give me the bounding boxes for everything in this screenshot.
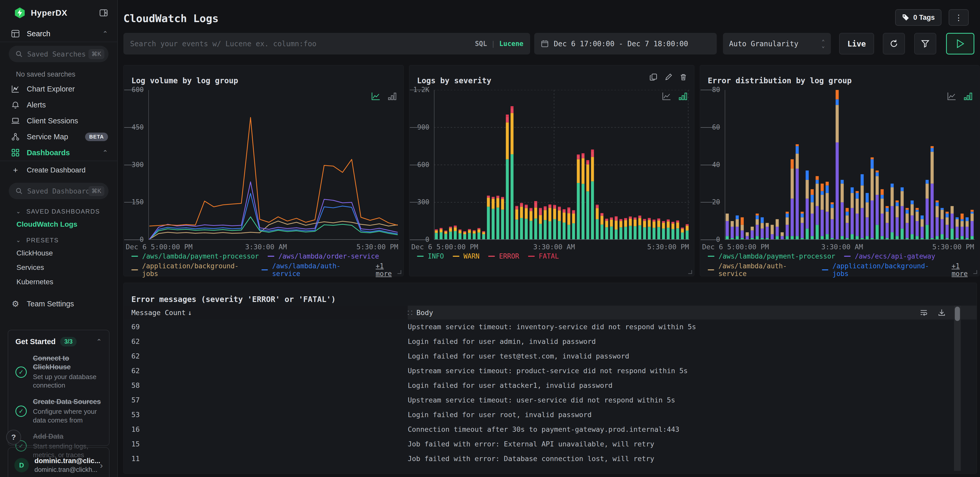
dashboard-menu-button[interactable]: ⋮ bbox=[949, 9, 969, 26]
table-row[interactable]: 69Upstream service timeout: inventory-se… bbox=[124, 320, 977, 334]
create-dashboard-button[interactable]: + Create Dashboard bbox=[0, 161, 117, 179]
y-tick-mark bbox=[410, 165, 430, 165]
sidebar-item-search[interactable]: Search ⌃ bbox=[0, 26, 117, 41]
get-started-step-sources[interactable]: ✓ Create Data Sources Configure where yo… bbox=[16, 398, 102, 425]
legend-more-link[interactable]: +1 more bbox=[952, 262, 979, 278]
column-header-body[interactable]: ⸬ Body bbox=[408, 305, 977, 320]
legend-item[interactable]: /application/background-jobs bbox=[822, 262, 943, 278]
legend-item[interactable]: /aws/lambda/auth-service bbox=[708, 262, 813, 278]
legend-item[interactable]: /aws/lambda/order-service bbox=[267, 252, 379, 260]
sql-toggle[interactable]: SQL bbox=[475, 40, 487, 48]
chevron-up-icon[interactable]: ⌃ bbox=[102, 149, 108, 157]
step-desc: Configure where your data comes from bbox=[33, 407, 100, 425]
sidebar-dashboard-cloudwatch-logs[interactable]: CloudWatch Logs bbox=[0, 217, 117, 232]
legend-swatch bbox=[453, 256, 460, 257]
delete-icon[interactable] bbox=[679, 73, 687, 81]
help-button[interactable]: ? bbox=[6, 430, 21, 445]
panel-resize-handle[interactable] bbox=[688, 270, 692, 274]
legend-item[interactable]: FATAL bbox=[528, 252, 559, 260]
scrollbar-thumb[interactable] bbox=[955, 307, 960, 321]
user-card[interactable]: D dominic.tran@clic... dominic.tran@clic… bbox=[8, 447, 110, 477]
legend-item[interactable]: /aws/ecs/api-gateway bbox=[844, 252, 935, 260]
sidebar-item-chart-explorer[interactable]: Chart Explorer bbox=[0, 81, 117, 97]
drag-handle-icon[interactable]: ⸬ bbox=[408, 308, 413, 316]
legend-label: WARN bbox=[463, 252, 480, 260]
table-row[interactable]: 62Login failed for user test@test.com, i… bbox=[124, 349, 977, 363]
saved-searches-input[interactable] bbox=[27, 50, 88, 58]
cell-message-count: 69 bbox=[124, 323, 408, 331]
legend-item[interactable]: /application/background-jobs bbox=[131, 262, 253, 278]
legend-item[interactable]: /aws/lambda/payment-processor bbox=[708, 252, 835, 260]
y-tick-mark bbox=[124, 240, 144, 240]
table-scrollbar[interactable] bbox=[954, 305, 961, 471]
legend-item[interactable]: INFO bbox=[417, 252, 444, 260]
legend-row: INFOWARNERRORFATAL bbox=[417, 252, 559, 260]
duplicate-icon[interactable] bbox=[649, 73, 658, 81]
run-query-button[interactable] bbox=[946, 33, 974, 54]
table-row[interactable]: 62Upstream service timeout: product-serv… bbox=[124, 363, 977, 378]
table-row[interactable]: 11Job failed with error: Database connec… bbox=[124, 451, 977, 466]
saved-dashboards-search[interactable]: ⌘K bbox=[9, 183, 108, 199]
saved-dashboards-section[interactable]: ⌄ SAVED DASHBOARDS bbox=[0, 203, 117, 217]
sidebar-collapse-icon[interactable] bbox=[99, 8, 108, 17]
legend-item[interactable]: ERROR bbox=[488, 252, 519, 260]
filter-button[interactable] bbox=[914, 33, 936, 54]
main-content: CloudWatch Logs 0 Tags ⋮ SQL | Lucene De… bbox=[118, 0, 980, 477]
presets-section[interactable]: ⌄ PRESETS bbox=[0, 232, 117, 246]
lucene-toggle[interactable]: Lucene bbox=[499, 40, 523, 48]
page-title: CloudWatch Logs bbox=[123, 12, 218, 25]
sidebar-item-client-sessions[interactable]: Client Sessions bbox=[0, 113, 117, 129]
chart-plot[interactable] bbox=[725, 90, 975, 240]
x-tick-label: 5:30:00 PM bbox=[647, 243, 689, 251]
table-row[interactable]: 58Login failed for user attacker1, inval… bbox=[124, 378, 977, 393]
refresh-button[interactable] bbox=[883, 33, 905, 54]
date-range-picker[interactable]: Dec 6 17:00:00 - Dec 7 18:00:00 bbox=[534, 33, 717, 54]
bell-icon bbox=[10, 100, 21, 109]
saved-dashboards-input[interactable] bbox=[27, 187, 88, 195]
chart-plot[interactable] bbox=[434, 90, 689, 240]
table-row[interactable]: 57Upstream service timeout: user-service… bbox=[124, 393, 977, 407]
shortcut-badge: ⌘K bbox=[88, 49, 104, 59]
search-input[interactable] bbox=[130, 40, 475, 48]
x-tick-label: 5:30:00 PM bbox=[356, 243, 398, 251]
date-range-value: Dec 6 17:00:00 - Dec 7 18:00:00 bbox=[554, 40, 688, 48]
granularity-select[interactable]: Auto Granularity ⌃⌄ bbox=[723, 33, 831, 54]
step-desc: Set up your database connection bbox=[33, 373, 97, 390]
legend-more-link[interactable]: +1 more bbox=[375, 262, 403, 278]
sidebar-item-dashboards[interactable]: Dashboards ⌃ bbox=[0, 145, 117, 161]
panel-resize-handle[interactable] bbox=[398, 270, 401, 274]
tags-button[interactable]: 0 Tags bbox=[895, 9, 942, 26]
table-row[interactable]: 15Job failed with error: External API un… bbox=[124, 437, 977, 451]
table-row[interactable]: 16Connection timeout after 30s to paymen… bbox=[124, 422, 977, 437]
chevron-up-icon[interactable]: ⌃ bbox=[102, 30, 108, 38]
sidebar-item-alerts[interactable]: Alerts bbox=[0, 97, 117, 113]
table-row[interactable]: 53Login failed for user root, invalid pa… bbox=[124, 407, 977, 422]
chart-plot[interactable] bbox=[148, 90, 399, 240]
live-button[interactable]: Live bbox=[839, 33, 874, 54]
legend-item[interactable]: WARN bbox=[453, 252, 480, 260]
panel-actions bbox=[649, 73, 687, 81]
y-tick-mark bbox=[124, 165, 144, 165]
edit-icon[interactable] bbox=[664, 73, 673, 81]
sidebar-item-team-settings[interactable]: ⚙ Team Settings bbox=[0, 296, 117, 312]
legend-row: /aws/lambda/payment-processor/aws/ecs/ap… bbox=[708, 252, 979, 260]
get-started-step-connect[interactable]: ✓ Connect to ClickHouse Set up your data… bbox=[16, 354, 102, 390]
legend-item[interactable]: /aws/lambda/payment-processor bbox=[131, 252, 259, 260]
chevron-up-icon[interactable]: ⌃ bbox=[96, 338, 102, 346]
table-row[interactable]: 62Login failed for user admin, invalid p… bbox=[124, 334, 977, 349]
sidebar-preset-services[interactable]: Services bbox=[0, 260, 117, 275]
step-title: Add Data bbox=[33, 432, 100, 441]
table-body: 69Upstream service timeout: inventory-se… bbox=[124, 320, 977, 466]
column-header-message-count[interactable]: Message Count ↓ bbox=[124, 305, 408, 320]
cell-message-count: 62 bbox=[124, 367, 408, 375]
sidebar-preset-kubernetes[interactable]: Kubernetes bbox=[0, 275, 117, 289]
legend-item[interactable]: /aws/lambda/auth-service bbox=[261, 262, 367, 278]
cell-message-count: 62 bbox=[124, 352, 408, 360]
download-icon[interactable] bbox=[937, 308, 946, 316]
legend-label: /application/background-jobs bbox=[142, 262, 253, 278]
sidebar-preset-clickhouse[interactable]: ClickHouse bbox=[0, 246, 117, 260]
sidebar-item-service-map[interactable]: Service Map BETA bbox=[0, 129, 117, 145]
panel-resize-handle[interactable] bbox=[973, 270, 977, 274]
saved-searches-search[interactable]: ⌘K bbox=[9, 46, 108, 62]
wrap-text-icon[interactable] bbox=[920, 308, 928, 316]
